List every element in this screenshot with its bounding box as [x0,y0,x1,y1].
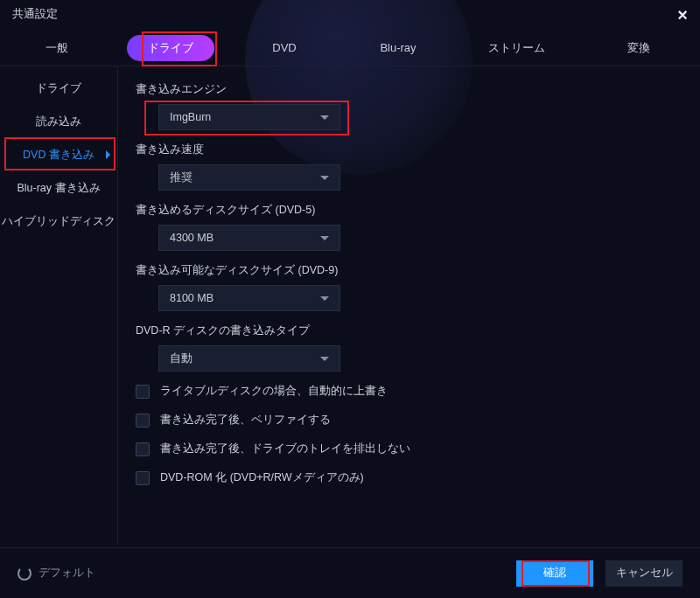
sidebar: ドライブ 読み込み DVD 書き込み Blu-ray 書き込み ハイブリッドディ… [0,66,118,546]
tab-convert[interactable]: 変換 [578,35,700,61]
tab-dvd[interactable]: DVD [228,36,341,59]
dropdown-dvd5-value: 4300 MB [170,232,214,244]
reset-icon [18,567,32,581]
close-icon[interactable]: × [677,5,688,25]
checkbox-eject[interactable] [136,442,150,456]
cancel-button[interactable]: キャンセル [606,560,682,587]
label-write-engine: 書き込みエンジン [136,82,682,97]
check-row-verify[interactable]: 書き込み完了後、ベリファイする [136,413,682,428]
check-row-dvdrom[interactable]: DVD-ROM 化 (DVD+R/RWメディアのみ) [136,470,682,485]
dropdown-dvd9-value: 8100 MB [170,292,214,304]
sidebar-item-drive[interactable]: ドライブ [0,72,117,105]
top-tabs: 一般 ドライブ DVD Blu-ray ストリーム 変換 [0,30,700,66]
checkbox-verify[interactable] [136,414,150,428]
footer: デフォルト 確認 キャンセル [0,547,700,598]
check-row-overwrite[interactable]: ライタブルディスクの場合、自動的に上書き [136,384,682,399]
dropdown-dvdr-type[interactable]: 自動 [158,345,340,372]
window-title: 共通設定 [12,8,58,20]
sidebar-item-dvd-write[interactable]: DVD 書き込み [0,138,117,171]
reset-default-link[interactable]: デフォルト [18,566,95,581]
tab-drive[interactable]: ドライブ [114,30,228,66]
label-dvd9-size: 書き込み可能なディスクサイズ (DVD-9) [136,263,682,278]
dropdown-write-speed-value: 推奨 [170,170,192,185]
label-dvdr-type: DVD-R ディスクの書き込みタイプ [136,323,682,338]
dropdown-dvd9-size[interactable]: 8100 MB [158,285,340,311]
checkbox-overwrite[interactable] [136,385,150,399]
checkbox-dvdrom[interactable] [136,471,150,485]
sidebar-item-bluray-write[interactable]: Blu-ray 書き込み [0,171,117,205]
dropdown-write-engine[interactable]: ImgBurn [158,104,340,130]
sidebar-item-hybrid-disc[interactable]: ハイブリッドディスク [0,205,117,238]
settings-panel: 書き込みエンジン ImgBurn 書き込み速度 推奨 書き込めるディスクサイズ … [118,66,700,546]
dropdown-dvd5-size[interactable]: 4300 MB [158,225,340,251]
check-row-eject[interactable]: 書き込み完了後、ドライブのトレイを排出しない [136,442,682,456]
tab-stream[interactable]: ストリーム [455,35,578,61]
chevron-down-icon [320,296,329,301]
tab-bluray[interactable]: Blu-ray [341,36,455,59]
check-label-eject: 書き込み完了後、ドライブのトレイを排出しない [160,442,410,456]
check-label-overwrite: ライタブルディスクの場合、自動的に上書き [160,384,388,399]
chevron-down-icon [320,236,329,240]
label-dvd5-size: 書き込めるディスクサイズ (DVD-5) [136,203,682,218]
sidebar-item-read[interactable]: 読み込み [0,105,117,138]
tab-drive-pill: ドライブ [127,35,214,61]
check-label-dvdrom: DVD-ROM 化 (DVD+R/RWメディアのみ) [160,470,364,485]
tab-general[interactable]: 一般 [0,35,114,61]
dropdown-dvdr-value: 自動 [170,351,192,366]
chevron-down-icon [320,176,329,180]
chevron-right-icon [106,150,110,159]
reset-default-label: デフォルト [38,566,95,581]
check-label-verify: 書き込み完了後、ベリファイする [160,413,331,428]
ok-button[interactable]: 確認 [516,560,593,587]
dropdown-write-engine-value: ImgBurn [170,111,211,123]
chevron-down-icon [320,115,329,120]
chevron-down-icon [320,357,329,361]
dropdown-write-speed[interactable]: 推奨 [158,164,340,191]
label-write-speed: 書き込み速度 [136,143,682,157]
